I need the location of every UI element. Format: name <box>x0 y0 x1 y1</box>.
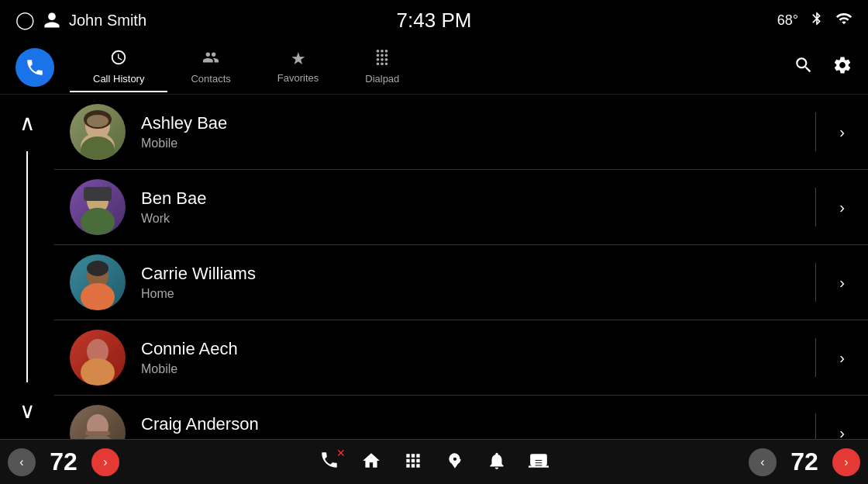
nav-bar: Call History Contacts ★ Favorites Dialpa… <box>0 40 868 95</box>
search-button[interactable] <box>794 55 814 80</box>
contact-type: Work <box>141 212 800 226</box>
main-content: ∧ ∨ Ashley Bae Mobile <box>0 95 868 439</box>
avatar-ben-img <box>70 179 126 235</box>
divider <box>815 112 816 151</box>
tab-contacts-label: Contacts <box>191 73 230 85</box>
left-temp-increase-button[interactable]: › <box>91 448 119 476</box>
contact-type: Mobile <box>141 362 800 376</box>
contact-info: Ashley Bae Mobile <box>141 113 800 150</box>
svg-point-10 <box>81 283 115 310</box>
tab-contacts[interactable]: Contacts <box>167 43 253 92</box>
user-silhouette-icon <box>43 11 61 29</box>
chevron-right-icon[interactable]: › <box>832 191 852 224</box>
svg-point-9 <box>87 261 108 276</box>
list-item[interactable]: Ben Bae Work › <box>54 170 868 245</box>
fan-icon[interactable] <box>445 451 465 474</box>
bottom-center-controls: ✕ <box>319 450 549 475</box>
chevron-right-icon[interactable]: › <box>832 116 852 149</box>
contact-info: Carrie Williams Home <box>141 264 800 301</box>
left-sidebar: ∧ ∨ <box>0 95 54 439</box>
defrost-icon[interactable] <box>529 451 549 474</box>
divider <box>815 413 816 439</box>
avatar <box>70 254 126 310</box>
contact-info: Connie Aech Mobile <box>141 339 800 376</box>
star-icon: ★ <box>291 49 306 69</box>
tab-dialpad-label: Dialpad <box>365 73 399 85</box>
status-left: ◯ John Smith <box>16 10 146 30</box>
avatar-connie-img <box>70 330 126 385</box>
tab-dialpad[interactable]: Dialpad <box>342 43 422 92</box>
right-temp-decrease-button[interactable]: ‹ <box>749 448 777 476</box>
chevron-right-icon[interactable]: › <box>832 266 852 299</box>
left-temperature: 72 <box>40 448 87 476</box>
scroll-up-arrow[interactable]: ∧ <box>12 102 43 143</box>
avatar <box>70 405 126 439</box>
contact-info: Craig Anderson Mobile <box>141 414 800 439</box>
tab-call-history[interactable]: Call History <box>70 43 167 92</box>
left-temp-decrease-button[interactable]: ‹ <box>8 448 36 476</box>
apps-grid-icon[interactable] <box>403 451 423 474</box>
clock: 7:43 PM <box>397 9 472 33</box>
contact-type: Mobile <box>141 137 800 150</box>
bluetooth-icon <box>809 11 825 30</box>
home-icon[interactable] <box>361 451 381 474</box>
dialpad-icon <box>374 49 391 70</box>
contact-name: Ashley Bae <box>141 113 800 133</box>
right-temperature: 72 <box>781 448 828 476</box>
avatar-craig-img <box>70 405 126 439</box>
contact-name: Craig Anderson <box>141 414 800 434</box>
nav-actions <box>794 55 852 80</box>
left-climate-control: ‹ 72 › <box>8 448 119 476</box>
avatar <box>70 104 126 160</box>
tab-favorites[interactable]: ★ Favorites <box>254 43 342 92</box>
bell-icon[interactable] <box>487 451 507 474</box>
list-item[interactable]: Ashley Bae Mobile › <box>54 95 868 170</box>
right-temp-increase-button[interactable]: › <box>832 448 860 476</box>
tab-favorites-label: Favorites <box>277 72 319 84</box>
divider <box>815 188 816 226</box>
avatar-carrie-img <box>70 254 126 310</box>
chevron-right-icon[interactable]: › <box>832 417 852 440</box>
temperature-display: 68° <box>777 12 798 29</box>
avatar <box>70 179 126 235</box>
settings-button[interactable] <box>832 55 852 80</box>
contact-info: Ben Bae Work <box>141 188 800 226</box>
signal-icon <box>835 10 852 31</box>
avatar-ashley-img <box>70 104 126 160</box>
username-label: John Smith <box>69 12 146 29</box>
status-right: 68° <box>777 10 852 31</box>
nav-tabs: Call History Contacts ★ Favorites Dialpa… <box>70 43 794 92</box>
bottom-bar: ‹ 72 › ✕ <box>0 439 868 484</box>
list-item[interactable]: Connie Aech Mobile › <box>54 320 868 396</box>
chevron-right-icon[interactable]: › <box>832 341 852 375</box>
scroll-down-arrow[interactable]: ∨ <box>12 390 43 431</box>
right-climate-control: ‹ 72 › <box>749 448 860 476</box>
divider <box>815 338 816 377</box>
status-bar: ◯ John Smith 7:43 PM 68° <box>0 0 868 40</box>
clock-icon <box>110 49 127 70</box>
person-icon: ◯ <box>16 10 35 30</box>
avatar <box>70 330 126 385</box>
contact-list: Ashley Bae Mobile › Ben Bae Work <box>54 95 868 439</box>
tab-call-history-label: Call History <box>93 73 144 85</box>
divider <box>815 263 816 302</box>
svg-point-2 <box>87 115 108 127</box>
svg-point-12 <box>81 358 115 385</box>
phone-button[interactable] <box>16 48 54 87</box>
sidebar-line <box>26 151 28 382</box>
contact-name: Ben Bae <box>141 188 800 209</box>
contact-name: Connie Aech <box>141 339 800 359</box>
list-item[interactable]: Craig Anderson Mobile › <box>54 396 868 439</box>
svg-rect-6 <box>84 187 112 201</box>
contact-type: Mobile <box>141 437 800 439</box>
list-item[interactable]: Carrie Williams Home › <box>54 245 868 320</box>
contact-name: Carrie Williams <box>141 264 800 284</box>
contacts-icon <box>202 49 219 70</box>
contact-type: Home <box>141 287 800 301</box>
svg-point-7 <box>81 208 115 235</box>
mute-call-icon[interactable]: ✕ <box>319 450 339 475</box>
